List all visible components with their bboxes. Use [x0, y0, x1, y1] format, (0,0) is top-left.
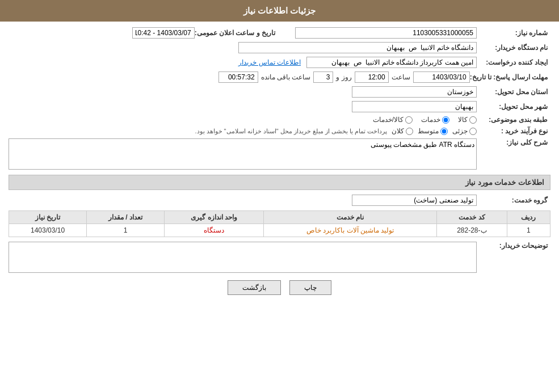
radio-khadamat[interactable]	[442, 116, 449, 124]
row-name-dastgah: نام دستگاه خریدار:	[9, 42, 550, 53]
mohlat-roz-label: روز و	[336, 73, 351, 81]
mohlat-baqi-input[interactable]	[218, 71, 258, 83]
col-tedad: تعداد / مقدار	[87, 211, 165, 224]
ostan-label: استان محل تحویل:	[477, 88, 550, 96]
tosih-label: توضیحات خریدار:	[477, 242, 550, 250]
main-content: شماره نیاز: تاریخ و ساعت اعلان عمومی: نا…	[0, 22, 559, 306]
services-table-section: ردیف کد خدمت نام خدمت واحد اندازه گیری ت…	[9, 210, 550, 237]
radio-kala-label: کالا	[458, 116, 468, 124]
mohlat-roz-input[interactable]	[313, 71, 333, 83]
row-ostan: استان محل تحویل:	[9, 86, 550, 98]
ettelaat-tamas-link[interactable]: اطلاعات تماس خریدار	[238, 58, 301, 66]
ostan-input[interactable]	[352, 86, 477, 98]
mohlat-label: مهلت ارسال پاسخ: تا تاریخ:	[470, 73, 550, 81]
ijad-input[interactable]	[306, 57, 477, 68]
group-label: گروه خدمت:	[477, 196, 550, 204]
radio-kala-khadamat-item[interactable]: کالا/خدمات	[373, 116, 413, 124]
purchase-desc: پرداخت تمام یا بخشی از مبلغ خریداز محل "…	[195, 128, 387, 135]
row-group: گروه خدمت:	[9, 195, 550, 206]
col-tarikh: تاریخ نیاز	[9, 211, 87, 224]
ijad-label: ایجاد کننده درخواست:	[477, 58, 550, 66]
group-input[interactable]	[352, 195, 477, 206]
radio-motovaset-label: متوسط	[418, 127, 439, 135]
sharh-label: شرح کلی نیاز:	[477, 138, 550, 146]
tosih-textarea[interactable]	[9, 242, 477, 273]
row-shomare: شماره نیاز: تاریخ و ساعت اعلان عمومی:	[9, 27, 550, 39]
radio-kala-khadamat[interactable]	[405, 116, 413, 124]
table-row: 1 ب-28-282 تولید ماشین آلات باکاربرد خاص…	[9, 224, 550, 237]
radio-kolan-label: کلان	[392, 127, 404, 135]
mohlat-date-input[interactable]	[413, 71, 470, 83]
radio-khadamat-label: خدمات	[421, 116, 440, 124]
radio-motovaset[interactable]	[440, 128, 448, 135]
radio-khadamat-item[interactable]: خدمات	[421, 116, 449, 124]
purchase-type-group: جزئی متوسط کلان پرداخت تمام یا بخشی از م…	[195, 127, 477, 135]
cell-kod: ب-28-282	[437, 224, 507, 237]
col-name: نام خدمت	[264, 211, 437, 224]
print-button[interactable]: چاپ	[289, 280, 331, 295]
col-radif: ردیف	[507, 211, 550, 224]
services-section-title: اطلاعات خدمات مورد نیاز	[9, 175, 550, 190]
tarikh-label: تاریخ و ساعت اعلان عمومی:	[195, 29, 278, 37]
name-dastgah-label: نام دستگاه خریدار:	[477, 44, 550, 52]
row-tabaghebandi: طبقه بندی موضوعی: کالا خدمات کالا/خدمات	[9, 116, 550, 124]
cell-tarikh: 1403/03/10	[9, 224, 87, 237]
radio-jozi-item[interactable]: جزئی	[452, 127, 477, 135]
mohlat-saat-label: ساعت	[392, 73, 410, 81]
name-dastgah-input[interactable]	[238, 42, 477, 53]
services-table: ردیف کد خدمت نام خدمت واحد اندازه گیری ت…	[9, 210, 550, 237]
cell-name: تولید ماشین آلات باکاربرد خاص	[264, 224, 437, 237]
radio-jozi[interactable]	[469, 128, 477, 135]
buttons-row: چاپ بازگشت	[9, 280, 550, 295]
row-ijad: ایجاد کننده درخواست: اطلاعات تماس خریدار	[9, 57, 550, 68]
shomare-niaz-label: شماره نیاز:	[477, 29, 550, 37]
tabaghebandi-radios: کالا خدمات کالا/خدمات	[373, 116, 477, 124]
page-title: جزئیات اطلاعات نیاز	[0, 0, 559, 22]
row-sharh: شرح کلی نیاز: دستگاه ATR طبق مشخصات پیوس…	[9, 138, 550, 171]
tosih-container	[9, 242, 477, 275]
page-wrapper: جزئیات اطلاعات نیاز شماره نیاز: تاریخ و …	[0, 0, 559, 392]
shomare-niaz-input[interactable]	[295, 27, 477, 39]
col-vahed: واحد اندازه گیری	[165, 211, 264, 224]
mohlat-baqi-label: ساعت باقی مانده	[261, 73, 311, 81]
shahr-label: شهر محل تحویل:	[477, 103, 550, 111]
cell-vahed: دستگاه	[165, 224, 264, 237]
radio-jozi-label: جزئی	[452, 127, 468, 135]
row-shahr: شهر محل تحویل:	[9, 101, 550, 112]
radio-motovaset-item[interactable]: متوسط	[418, 127, 448, 135]
deadline-inputs: ساعت روز و ساعت باقی مانده	[9, 71, 470, 83]
sharh-container: دستگاه ATR طبق مشخصات پیوستی	[9, 138, 477, 171]
radio-kolan-item[interactable]: کلان	[392, 127, 413, 135]
col-kod: کد خدمت	[437, 211, 507, 224]
tarikh-input[interactable]	[132, 27, 195, 39]
mohlat-saat-input[interactable]	[355, 71, 389, 83]
row-tosih: توضیحات خریدار:	[9, 242, 550, 275]
navafraind-label: نوع فرآیند خرید :	[477, 127, 550, 135]
radio-kala[interactable]	[469, 116, 477, 124]
row-noa-faraind: نوع فرآیند خرید : جزئی متوسط کلان پرداخت…	[9, 127, 550, 135]
sharh-textarea[interactable]: دستگاه ATR طبق مشخصات پیوستی	[9, 138, 477, 170]
row-mohlat: مهلت ارسال پاسخ: تا تاریخ: ساعت روز و سا…	[9, 71, 550, 83]
radio-kala-item[interactable]: کالا	[458, 116, 477, 124]
radio-kolan[interactable]	[406, 128, 413, 135]
cell-tedad: 1	[87, 224, 165, 237]
tabaghebandi-label: طبقه بندی موضوعی:	[477, 116, 550, 124]
back-button[interactable]: بازگشت	[228, 280, 281, 295]
cell-radif: 1	[507, 224, 550, 237]
radio-kala-khadamat-label: کالا/خدمات	[373, 116, 404, 124]
shahr-input[interactable]	[352, 101, 477, 112]
